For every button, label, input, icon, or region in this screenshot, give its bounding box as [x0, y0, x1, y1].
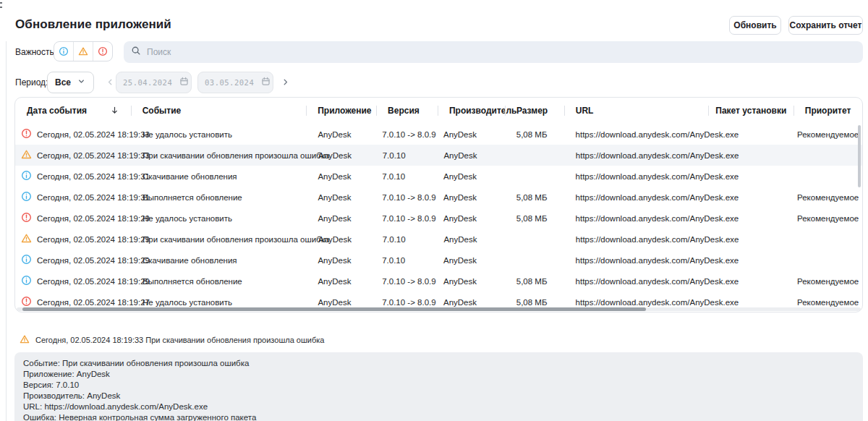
column-header-6[interactable]: Размер: [505, 98, 564, 124]
importance-info-toggle[interactable]: [54, 42, 73, 61]
search-input[interactable]: [147, 47, 856, 57]
column-header-3[interactable]: Приложение: [306, 98, 376, 124]
table-row[interactable]: Сегодня, 02.05.2024 18:19:29Скачивание о…: [15, 250, 862, 271]
cell-application: AnyDesk: [306, 277, 376, 286]
cell-url: https://download.anydesk.com/AnyDesk.exe: [564, 214, 709, 223]
column-header-8[interactable]: Пакет установки: [708, 98, 793, 124]
importance-warning-toggle[interactable]: [73, 42, 93, 61]
cell-vendor: AnyDesk: [438, 130, 505, 139]
sort-descending-icon[interactable]: [110, 106, 119, 117]
cell-date: Сегодня, 02.05.2024 18:19:31: [15, 170, 131, 182]
column-header-9[interactable]: Приоритет: [793, 98, 862, 124]
cell-application: AnyDesk: [307, 235, 377, 244]
table-row[interactable]: Сегодня, 02.05.2024 18:19:29Не удалось у…: [15, 208, 862, 229]
cell-date: Сегодня, 02.05.2024 18:19:27: [15, 296, 131, 308]
horizontal-scrollbar-track[interactable]: [17, 307, 861, 311]
cell-date: Сегодня, 02.05.2024 18:19:29: [15, 212, 131, 224]
cell-version: 7.0.10: [376, 256, 438, 265]
warning-icon: [20, 334, 35, 346]
cell-version: 7.0.10: [377, 235, 438, 244]
error-icon: [21, 128, 37, 140]
cell-size: 5,08 МБ: [505, 214, 564, 223]
cell-priority: Рекомендуемое: [793, 130, 862, 139]
page-title: Обновление приложений: [15, 17, 171, 32]
detail-line: Версия: 7.0.10: [23, 380, 854, 391]
cell-vendor: AnyDesk: [438, 298, 505, 307]
cell-vendor: AnyDesk: [438, 193, 505, 202]
refresh-button[interactable]: Обновить: [729, 16, 781, 35]
detail-panel: Событие: При скачивании обновления произ…: [14, 352, 863, 421]
error-icon: [21, 212, 37, 224]
cell-url: https://download.anydesk.com/AnyDesk.exe: [564, 172, 709, 181]
search-icon: [131, 46, 141, 59]
cell-version: 7.0.10: [377, 151, 438, 160]
cell-event: Выполняется обновление: [131, 277, 306, 286]
next-period-button[interactable]: [281, 75, 291, 88]
cell-priority: Рекомендуемое: [793, 214, 862, 223]
save-report-button[interactable]: Сохранить отчет: [788, 16, 863, 35]
date-from-input[interactable]: [123, 78, 179, 87]
cell-date: Сегодня, 02.05.2024 18:19:29: [15, 275, 131, 287]
cell-version: 7.0.10 -> 8.0.9: [376, 277, 438, 286]
cell-event: Выполняется обновление: [131, 193, 306, 202]
column-header-7[interactable]: URL: [564, 98, 709, 124]
calendar-icon: [179, 76, 189, 89]
cell-event: Не удалось установить: [131, 214, 306, 223]
edge-artifact: [0, 2, 2, 4]
cell-event: Не удалось установить: [131, 298, 306, 307]
cell-date: Сегодня, 02.05.2024 18:19:33: [15, 128, 131, 140]
info-icon: [21, 170, 37, 182]
table-row[interactable]: Сегодня, 02.05.2024 18:19:33При скачиван…: [15, 145, 862, 166]
cell-application: AnyDesk: [306, 130, 376, 139]
column-header-1[interactable]: Дата события: [15, 98, 131, 124]
left-divider: [6, 41, 7, 421]
cell-vendor: AnyDesk: [438, 151, 505, 160]
error-icon: [21, 296, 37, 308]
column-header-5[interactable]: Производитель: [438, 98, 505, 124]
date-to-field[interactable]: [197, 72, 273, 93]
cell-date: Сегодня, 02.05.2024 18:19:29: [15, 254, 131, 266]
table-row[interactable]: Сегодня, 02.05.2024 18:19:29При скачиван…: [15, 229, 862, 250]
importance-error-toggle[interactable]: [93, 42, 112, 61]
cell-url: https://download.anydesk.com/AnyDesk.exe: [564, 298, 709, 307]
period-value: Все: [55, 77, 71, 88]
warning-icon: [21, 233, 37, 245]
cell-application: AnyDesk: [306, 172, 376, 181]
cell-event: Не удалось установить: [131, 130, 306, 139]
column-header-2[interactable]: Событие: [131, 98, 307, 124]
date-from-field[interactable]: [116, 72, 192, 93]
cell-version: 7.0.10 -> 8.0.9: [376, 130, 438, 139]
cell-version: 7.0.10 -> 8.0.9: [376, 298, 438, 307]
detail-header-text: Сегодня, 02.05.2024 18:19:33 При скачива…: [35, 336, 324, 344]
search-field[interactable]: [124, 41, 863, 63]
cell-size: 5,08 МБ: [505, 193, 564, 202]
cell-date: Сегодня, 02.05.2024 18:19:29: [15, 233, 131, 245]
period-dropdown[interactable]: Все: [47, 72, 94, 93]
cell-vendor: AnyDesk: [438, 277, 505, 286]
cell-priority: Рекомендуемое: [793, 277, 862, 286]
cell-event: Скачивание обновления: [131, 256, 306, 265]
date-to-input[interactable]: [205, 78, 261, 87]
detail-line: Событие: При скачивании обновления произ…: [23, 358, 854, 369]
cell-event: Скачивание обновления: [131, 172, 306, 181]
table-row[interactable]: Сегодня, 02.05.2024 18:19:29Выполняется …: [15, 271, 862, 292]
cell-url: https://download.anydesk.com/AnyDesk.exe: [564, 256, 709, 265]
horizontal-scrollbar-thumb[interactable]: [22, 307, 646, 311]
detail-line: Приложение: AnyDesk: [23, 369, 854, 380]
cell-size: 5,08 МБ: [505, 130, 564, 139]
table-row[interactable]: Сегодня, 02.05.2024 18:19:31Скачивание о…: [15, 166, 862, 187]
table-row[interactable]: Сегодня, 02.05.2024 18:19:33Не удалось у…: [15, 124, 862, 145]
previous-period-button[interactable]: [106, 75, 116, 88]
calendar-icon: [261, 76, 271, 89]
cell-application: AnyDesk: [306, 214, 376, 223]
app-updates-page: Обновление приложений Обновить Сохранить…: [0, 0, 868, 421]
cell-application: AnyDesk: [307, 151, 377, 160]
info-icon: [21, 254, 37, 266]
column-header-4[interactable]: Версия: [376, 98, 438, 124]
table-row[interactable]: Сегодня, 02.05.2024 18:19:31Выполняется …: [15, 187, 862, 208]
vertical-scrollbar-thumb[interactable]: [858, 125, 861, 187]
events-table: Дата событияСобытиеПриложениеВерсияПроиз…: [14, 97, 863, 312]
importance-label: Важность:: [15, 47, 56, 57]
cell-version: 7.0.10 -> 8.0.9: [376, 193, 438, 202]
period-label: Период:: [15, 77, 48, 88]
